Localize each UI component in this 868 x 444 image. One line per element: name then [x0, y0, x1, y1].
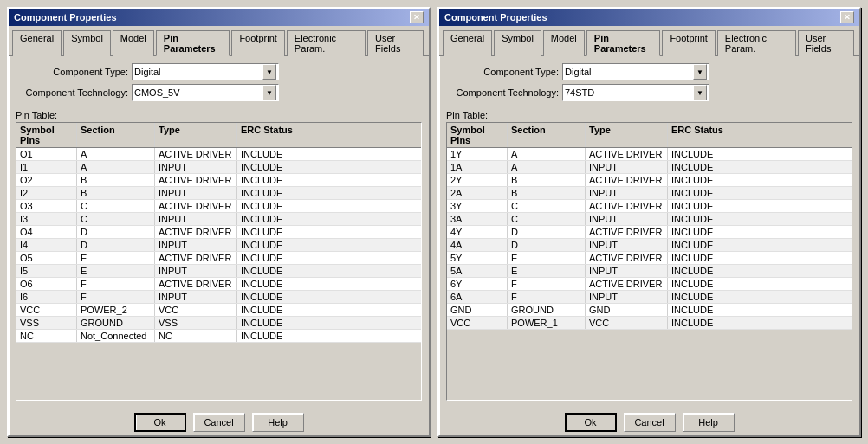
cell-type: ACTIVE DRIVER	[155, 148, 237, 160]
close-btn-right[interactable]: ✕	[840, 11, 854, 23]
table-row[interactable]: 1A A INPUT INCLUDE	[447, 161, 852, 174]
cell-type: INPUT	[586, 187, 668, 199]
cell-type: INPUT	[586, 213, 668, 225]
table-row[interactable]: 4A D INPUT INCLUDE	[447, 239, 852, 252]
table-row[interactable]: 5A E INPUT INCLUDE	[447, 265, 852, 278]
component-type-arrow-left[interactable]: ▼	[262, 64, 276, 80]
cell-symbol: VCC	[447, 317, 508, 329]
cell-section: A	[508, 148, 586, 160]
table-row[interactable]: O4 D ACTIVE DRIVER INCLUDE	[16, 226, 421, 239]
cell-erc: INCLUDE	[668, 291, 729, 303]
tab-footprint-left[interactable]: Footprint	[231, 30, 284, 56]
cell-section: D	[508, 226, 586, 238]
cell-section: A	[77, 161, 155, 173]
col-header-section-left: Section	[77, 123, 155, 147]
cell-type: INPUT	[155, 239, 237, 251]
table-row[interactable]: 6Y F ACTIVE DRIVER INCLUDE	[447, 278, 852, 291]
table-row[interactable]: VCC POWER_1 VCC INCLUDE	[447, 317, 852, 330]
cell-erc: INCLUDE	[237, 252, 298, 264]
component-tech-dropdown-left[interactable]: CMOS_5V ▼	[132, 84, 279, 101]
table-row[interactable]: VCC POWER_2 VCC INCLUDE	[16, 304, 421, 317]
table-row[interactable]: VSS GROUND VSS INCLUDE	[16, 317, 421, 330]
cell-section: B	[77, 174, 155, 186]
component-type-value-left: Digital	[134, 67, 262, 77]
component-type-arrow-right[interactable]: ▼	[693, 64, 707, 80]
tab-user-fields-left[interactable]: User Fields	[367, 30, 424, 56]
ok-button-right[interactable]: Ok	[565, 413, 617, 432]
help-button-left[interactable]: Help	[252, 413, 304, 432]
cell-type: ACTIVE DRIVER	[155, 278, 237, 290]
table-row[interactable]: I3 C INPUT INCLUDE	[16, 213, 421, 226]
table-row[interactable]: 1Y A ACTIVE DRIVER INCLUDE	[447, 148, 852, 161]
cell-section: A	[508, 161, 586, 173]
table-row[interactable]: I2 B INPUT INCLUDE	[16, 187, 421, 200]
cell-section: E	[77, 265, 155, 277]
cell-type: ACTIVE DRIVER	[586, 200, 668, 212]
cancel-button-left[interactable]: Cancel	[193, 413, 245, 432]
close-btn-left[interactable]: ✕	[410, 11, 424, 23]
tab-user-fields-right[interactable]: User Fields	[798, 30, 854, 56]
cell-symbol: 1Y	[447, 148, 508, 160]
tab-symbol-left[interactable]: Symbol	[63, 30, 111, 56]
col-header-symbol-right: Symbol Pins	[447, 123, 508, 147]
table-row[interactable]: 4Y D ACTIVE DRIVER INCLUDE	[447, 226, 852, 239]
title-bar-buttons-left: ✕	[410, 11, 424, 23]
tab-pin-params-left[interactable]: Pin Parameters	[156, 30, 230, 56]
cell-symbol: O3	[16, 200, 77, 212]
cell-erc: INCLUDE	[237, 200, 298, 212]
cell-symbol: 4Y	[447, 226, 508, 238]
cell-erc: INCLUDE	[237, 330, 298, 342]
cell-erc: INCLUDE	[668, 265, 729, 277]
table-row[interactable]: 3A C INPUT INCLUDE	[447, 213, 852, 226]
table-row[interactable]: O3 C ACTIVE DRIVER INCLUDE	[16, 200, 421, 213]
ok-button-left[interactable]: Ok	[134, 413, 186, 432]
table-row[interactable]: 5Y E ACTIVE DRIVER INCLUDE	[447, 252, 852, 265]
tab-general-left[interactable]: General	[12, 30, 62, 56]
table-row[interactable]: 2A B INPUT INCLUDE	[447, 187, 852, 200]
table-row[interactable]: I6 F INPUT INCLUDE	[16, 291, 421, 304]
cell-symbol: I6	[16, 291, 77, 303]
cell-symbol: 4A	[447, 239, 508, 251]
tab-model-right[interactable]: Model	[543, 30, 585, 56]
tab-general-right[interactable]: General	[443, 30, 492, 56]
table-row[interactable]: O5 E ACTIVE DRIVER INCLUDE	[16, 252, 421, 265]
tab-symbol-right[interactable]: Symbol	[494, 30, 541, 56]
component-type-dropdown-left[interactable]: Digital ▼	[132, 63, 279, 80]
cell-section: E	[77, 252, 155, 264]
tab-bar-right: General Symbol Model Pin Parameters Foot…	[439, 26, 859, 56]
table-row[interactable]: O1 A ACTIVE DRIVER INCLUDE	[16, 148, 421, 161]
tab-pin-params-right[interactable]: Pin Parameters	[586, 30, 661, 56]
cell-section: D	[508, 239, 586, 251]
table-row[interactable]: O2 B ACTIVE DRIVER INCLUDE	[16, 174, 421, 187]
help-button-right[interactable]: Help	[683, 413, 735, 432]
table-row[interactable]: I4 D INPUT INCLUDE	[16, 239, 421, 252]
cell-section: F	[77, 291, 155, 303]
table-body-left[interactable]: O1 A ACTIVE DRIVER INCLUDE I1 A INPUT IN…	[16, 148, 421, 400]
table-row[interactable]: O6 F ACTIVE DRIVER INCLUDE	[16, 278, 421, 291]
table-row[interactable]: 3Y C ACTIVE DRIVER INCLUDE	[447, 200, 852, 213]
cell-symbol: O2	[16, 174, 77, 186]
cell-erc: INCLUDE	[668, 252, 729, 264]
table-row[interactable]: I5 E INPUT INCLUDE	[16, 265, 421, 278]
table-row[interactable]: NC Not_Connected NC INCLUDE	[16, 330, 421, 343]
tab-footprint-right[interactable]: Footprint	[662, 30, 715, 56]
table-body-right[interactable]: 1Y A ACTIVE DRIVER INCLUDE 1A A INPUT IN…	[447, 148, 852, 400]
table-row[interactable]: 6A F INPUT INCLUDE	[447, 291, 852, 304]
component-type-dropdown-right[interactable]: Digital ▼	[562, 63, 709, 80]
cell-erc: INCLUDE	[668, 161, 729, 173]
tab-model-left[interactable]: Model	[113, 30, 154, 56]
tab-bar-left: General Symbol Model Pin Parameters Foot…	[9, 26, 429, 56]
table-row[interactable]: 2Y B ACTIVE DRIVER INCLUDE	[447, 174, 852, 187]
cell-erc: INCLUDE	[237, 278, 298, 290]
table-row[interactable]: I1 A INPUT INCLUDE	[16, 161, 421, 174]
tab-electronic-left[interactable]: Electronic Param.	[287, 30, 366, 56]
cell-erc: INCLUDE	[668, 317, 729, 329]
component-tech-dropdown-right[interactable]: 74STD ▼	[562, 84, 709, 101]
button-row-right: Ok Cancel Help	[439, 408, 859, 435]
component-tech-arrow-right[interactable]: ▼	[693, 85, 707, 100]
component-tech-arrow-left[interactable]: ▼	[262, 85, 276, 100]
cancel-button-right[interactable]: Cancel	[624, 413, 676, 432]
tab-electronic-right[interactable]: Electronic Param.	[717, 30, 796, 56]
pin-table-label-left: Pin Table:	[16, 110, 422, 120]
table-row[interactable]: GND GROUND GND INCLUDE	[447, 304, 852, 317]
